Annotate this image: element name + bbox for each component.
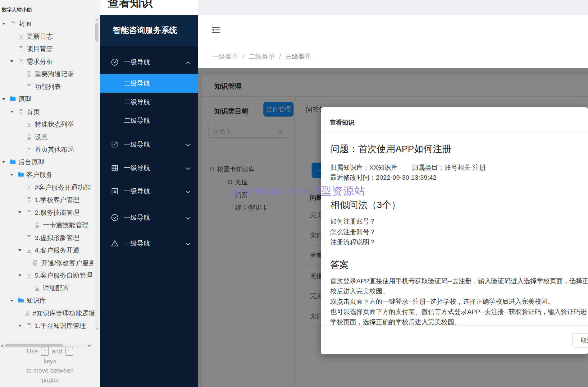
expand-arrow-icon[interactable] xyxy=(10,300,18,302)
sidebar-tree-item[interactable]: 开通/修改客户服务 xyxy=(0,257,95,270)
sidebar-tree-item[interactable]: 一卡通技能管理 xyxy=(0,219,95,232)
page-icon xyxy=(19,59,23,64)
nav-item-level2-selected[interactable]: 二级导航 xyxy=(100,74,198,93)
sidebar-tree-item[interactable]: 后台原型 xyxy=(0,156,95,169)
meta-knowledge-base: 归属知识库：XX知识库 xyxy=(330,164,398,171)
sidebar-tree-item[interactable]: 项目背景 xyxy=(0,43,95,55)
folder-icon xyxy=(10,160,16,164)
sidebar-tree: 封面更新日志项目背景需求分析重要沟通记录功能列表原型首页特殊状态列举设置首页其他… xyxy=(0,17,95,332)
sidebar-tree-item[interactable]: 需求分析 xyxy=(0,55,95,68)
expand-arrow-icon[interactable] xyxy=(2,161,10,163)
nav-item-level1[interactable]: 一级导航 xyxy=(100,236,198,251)
expand-arrow-icon[interactable] xyxy=(10,111,18,113)
modal-title: 查看知识 xyxy=(330,118,354,127)
cancel-button[interactable]: 取消 xyxy=(572,333,588,348)
page-icon xyxy=(27,71,31,76)
page-icon xyxy=(27,235,31,240)
sidebar-tree-item[interactable]: 1.平台知识库管理 xyxy=(0,320,95,332)
breadcrumb-bar: 一级菜单/二级菜单/三级菜单 xyxy=(198,45,588,68)
page-icon xyxy=(27,147,31,152)
pages-sidebar: 数字人辅小助 封面更新日志项目背景需求分析重要沟通记录功能列表原型首页特殊状态列… xyxy=(0,0,100,387)
sidebar-tree-item[interactable]: 首页 xyxy=(0,106,95,118)
menu-fold-icon[interactable] xyxy=(211,25,221,35)
check-icon xyxy=(111,214,119,222)
hint-text: and xyxy=(52,348,62,355)
tree-item-label: 项目背景 xyxy=(27,44,53,53)
sidebar-tree-item[interactable]: 封面 xyxy=(0,17,95,30)
expand-arrow-icon[interactable] xyxy=(2,23,10,25)
expand-arrow-icon[interactable] xyxy=(18,274,26,277)
sidebar-tree-item[interactable]: 首页其他布局 xyxy=(0,143,95,156)
app-side-nav: 智能咨询服务系统 一级导航二级导航二级导航二级导航一级导航一级导航一级导航一级导… xyxy=(100,15,198,387)
arrow-spacer xyxy=(26,262,33,264)
vertical-scroll-thumb[interactable] xyxy=(95,23,98,42)
sidebar-tree-item[interactable]: #客户服务开通功能 xyxy=(0,181,95,194)
arrow-spacer xyxy=(18,123,26,126)
tree-item-label: 5.客户服务自助管理 xyxy=(35,271,93,280)
nav-item-level1[interactable]: 一级导航 xyxy=(100,183,198,199)
sidebar-tree-item[interactable]: 3.虚拟形象管理 xyxy=(0,232,95,244)
arrow-spacer xyxy=(10,35,18,37)
page-icon xyxy=(11,21,15,26)
similar-question: 注册流程说明？ xyxy=(330,237,376,247)
arrow-spacer xyxy=(18,73,26,75)
sidebar-tree-item[interactable]: 更新日志 xyxy=(0,30,95,43)
tree-item-label: 封面 xyxy=(19,19,32,28)
sidebar-tree-item[interactable]: 2.服务技能管理 xyxy=(0,206,95,219)
nav-item-label: 二级导航 xyxy=(124,98,150,106)
chevron-down-icon xyxy=(185,189,191,193)
page-icon xyxy=(25,311,29,316)
breadcrumb-item[interactable]: 一级菜单 xyxy=(212,53,238,60)
arrow-spacer xyxy=(10,48,18,50)
meta-category: 归属类目：账号相关-注册 xyxy=(412,164,486,171)
scroll-down-icon[interactable]: ▼ xyxy=(96,327,99,330)
expand-arrow-icon[interactable] xyxy=(18,249,26,251)
sidebar-tree-item[interactable]: 特殊状态列举 xyxy=(0,118,95,131)
question-title: 问题：首次使用APP如何注册 xyxy=(330,143,451,155)
sidebar-tree-item[interactable]: 原型 xyxy=(0,93,95,106)
sidebar-tree-item[interactable]: 设置 xyxy=(0,131,95,144)
arrow-spacer xyxy=(26,224,34,226)
table-icon xyxy=(111,164,119,172)
breadcrumb-item[interactable]: 三级菜单 xyxy=(285,53,312,60)
sidebar-tree-item[interactable]: 详细配置 xyxy=(0,282,95,295)
page-icon xyxy=(27,323,31,328)
sidebar-tree-item[interactable]: 功能列表 xyxy=(0,81,95,93)
nav-item-level1[interactable]: 一级导航 xyxy=(100,160,198,176)
similar-question: 怎么注册账号？ xyxy=(330,227,376,237)
sidebar-tree-item[interactable]: #知识库管理功能逻辑 xyxy=(0,307,95,320)
page-icon xyxy=(19,109,23,114)
expand-arrow-icon[interactable] xyxy=(2,98,10,100)
nav-item-label: 一级导航 xyxy=(124,164,150,172)
nav-item-level1[interactable]: 一级导航 xyxy=(100,137,198,152)
answer-line: 首次登录APP直接使用手机号获取验证码--去注册，输入验证码进入选择学校页面，选… xyxy=(330,276,588,286)
nav-item-level1[interactable]: 一级导航 xyxy=(100,210,198,225)
app-top-header xyxy=(198,15,588,45)
expand-arrow-icon[interactable] xyxy=(10,174,18,176)
sidebar-tree-item[interactable]: 5.客户服务自助管理 xyxy=(0,269,95,282)
sidebar-tree-item[interactable]: 4.客户服务开通 xyxy=(0,244,95,257)
sidebar-vertical-scrollbar[interactable]: ▲ ▼ xyxy=(95,17,99,331)
tree-item-label: 需求分析 xyxy=(27,57,53,66)
nav-item-level1[interactable]: 一级导航 xyxy=(100,54,198,70)
tree-item-label: 4.客户服务开通 xyxy=(35,246,80,255)
tree-item-label: #客户服务开通功能 xyxy=(35,183,91,192)
sidebar-tree-item[interactable]: 重要沟通记录 xyxy=(0,68,95,81)
sidebar-tree-item[interactable]: 客户服务 xyxy=(0,168,95,181)
scroll-up-icon[interactable]: ▲ xyxy=(96,18,99,21)
sidebar-tree-item[interactable]: 1.学校客户管理 xyxy=(0,194,95,206)
answer-line: 也可以选择页面下方的支付宝、微信等方式登录APP--去注册--获取验证码，输入验… xyxy=(330,306,588,317)
expand-arrow-icon[interactable] xyxy=(10,60,18,62)
tree-item-label: 1.学校客户管理 xyxy=(35,196,80,204)
breadcrumb-item[interactable]: 二级菜单 xyxy=(249,53,275,60)
expand-arrow-icon[interactable] xyxy=(18,325,26,327)
tree-item-label: 一卡通技能管理 xyxy=(43,221,89,229)
nav-item-level2[interactable]: 二级导航 xyxy=(100,113,198,128)
chevron-down-icon xyxy=(185,166,191,170)
nav-item-level2[interactable]: 二级导航 xyxy=(100,94,198,110)
tree-item-label: 原型 xyxy=(18,95,31,104)
expand-arrow-icon[interactable] xyxy=(18,211,26,214)
sidebar-tree-item[interactable]: 知识库 xyxy=(0,294,95,307)
nav-item-label: 二级导航 xyxy=(124,79,150,88)
page-icon xyxy=(27,122,31,127)
